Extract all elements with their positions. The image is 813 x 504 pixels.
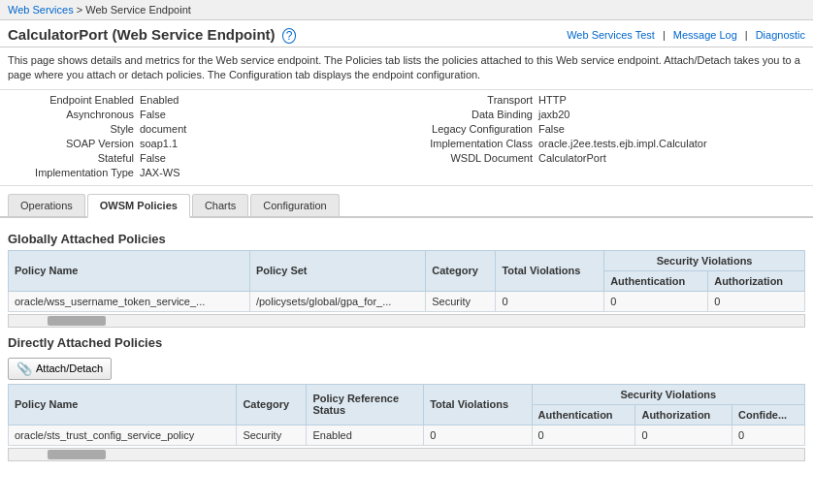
direct-table-scrollbar[interactable]: [8, 448, 805, 461]
tab-bar: Operations OWSM Policies Charts Configur…: [0, 194, 813, 218]
info-row-asynchronous: Asynchronous False: [8, 109, 406, 120]
info-row-impl-class: Implementation Class oracle.j2ee.tests.e…: [406, 138, 805, 149]
table-row: oracle/wss_username_token_service_... /p…: [9, 291, 805, 311]
info-row-endpoint-enabled: Endpoint Enabled Enabled: [8, 94, 406, 106]
cell-authorization-direct: 0: [635, 425, 732, 445]
value-impl-class: oracle.j2ee.tests.ejb.impl.Calculator: [538, 138, 707, 149]
col-header-policy-name-global: Policy Name: [9, 250, 250, 291]
header-sep-1: |: [663, 29, 666, 41]
attach-detach-button[interactable]: 📎 Attach/Detach: [8, 358, 112, 380]
header-link-messagelog[interactable]: Message Log: [673, 29, 737, 41]
header-link-webservicestest[interactable]: Web Services Test: [567, 29, 655, 41]
col-header-total-violations-global: Total Violations: [496, 250, 604, 291]
cell-category-direct: Security: [237, 425, 307, 445]
directly-attached-table: Policy Name Category Policy ReferenceSta…: [8, 384, 805, 446]
page-title: CalculatorPort (Web Service Endpoint) ?: [8, 26, 296, 43]
label-stateful: Stateful: [8, 152, 134, 164]
cell-policy-ref-status: Enabled: [307, 425, 424, 445]
cell-authorization-global: 0: [708, 291, 805, 311]
info-row-style: Style document: [8, 123, 406, 135]
tab-operations[interactable]: Operations: [8, 194, 85, 216]
breadcrumb-current: Web Service Endpoint: [85, 4, 191, 16]
breadcrumb: Web Services > Web Service Endpoint: [0, 0, 813, 20]
value-soap-version: soap1.1: [140, 138, 178, 149]
label-implementation-type: Implementation Type: [8, 167, 134, 178]
col-header-policy-name-direct: Policy Name: [9, 384, 237, 425]
directly-attached-title: Directly Attached Policies: [8, 335, 805, 350]
info-row-wsdl-document: WSDL Document CalculatorPort: [406, 152, 805, 164]
value-asynchronous: False: [140, 109, 166, 120]
endpoint-info: Endpoint Enabled Enabled Asynchronous Fa…: [0, 90, 813, 186]
col-header-category-global: Category: [426, 250, 496, 291]
cell-total-violations-global: 0: [496, 291, 604, 311]
table-row: oracle/sts_trust_config_service_policy S…: [9, 425, 805, 445]
value-data-binding: jaxb20: [538, 109, 569, 120]
tab-charts[interactable]: Charts: [192, 194, 248, 216]
attach-detach-icon: 📎: [16, 362, 32, 376]
value-style: document: [140, 123, 186, 135]
tab-owsm-policies[interactable]: OWSM Policies: [87, 194, 190, 218]
global-table-scrollbar[interactable]: [8, 314, 805, 328]
value-endpoint-enabled: Enabled: [140, 94, 179, 106]
col-header-authentication-direct: Authentication: [532, 404, 635, 425]
cell-policy-set: /policysets/global/gpa_for_...: [249, 291, 425, 311]
cell-policy-name-direct: oracle/sts_trust_config_service_policy: [9, 425, 237, 445]
info-row-data-binding: Data Binding jaxb20: [406, 109, 805, 120]
label-legacy-config: Legacy Configuration: [406, 123, 533, 135]
col-header-category-direct: Category: [237, 384, 307, 425]
value-legacy-config: False: [538, 123, 565, 135]
col-header-security-violations-global: Security Violations: [604, 250, 805, 270]
cell-confidentiality-direct: 0: [732, 425, 805, 445]
info-col-right: Transport HTTP Data Binding jaxb20 Legac…: [406, 94, 805, 181]
info-row-legacy-config: Legacy Configuration False: [406, 123, 805, 135]
value-implementation-type: JAX-WS: [140, 167, 180, 178]
tab-content: Globally Attached Policies Policy Name P…: [0, 218, 813, 469]
label-asynchronous: Asynchronous: [8, 109, 134, 120]
header-links: Web Services Test | Message Log | Diagno…: [567, 29, 805, 41]
info-row-implementation-type: Implementation Type JAX-WS: [8, 167, 406, 178]
col-header-confidentiality-direct: Confide...: [732, 404, 805, 425]
label-transport: Transport: [406, 94, 533, 106]
label-data-binding: Data Binding: [406, 109, 533, 120]
label-style: Style: [8, 123, 134, 135]
cell-policy-name-global: oracle/wss_username_token_service_...: [9, 291, 250, 311]
info-col-left: Endpoint Enabled Enabled Asynchronous Fa…: [8, 94, 406, 181]
cell-category-global: Security: [426, 291, 496, 311]
header-sep-2: |: [745, 29, 748, 41]
header-link-diagnostic[interactable]: Diagnostic: [756, 29, 805, 41]
col-header-policy-ref-status: Policy ReferenceStatus: [307, 384, 424, 425]
info-row-transport: Transport HTTP: [406, 94, 805, 106]
page-header: CalculatorPort (Web Service Endpoint) ? …: [0, 20, 813, 47]
help-icon[interactable]: ?: [282, 28, 297, 44]
info-row-stateful: Stateful False: [8, 152, 406, 164]
value-wsdl-document: CalculatorPort: [538, 152, 606, 164]
page-description: This page shows details and metrics for …: [0, 47, 813, 90]
label-wsdl-document: WSDL Document: [406, 152, 533, 164]
breadcrumb-separator: >: [77, 4, 85, 16]
tab-configuration[interactable]: Configuration: [250, 194, 339, 216]
attach-detach-label: Attach/Detach: [36, 362, 103, 374]
globally-attached-title: Globally Attached Policies: [8, 232, 805, 246]
globally-attached-table: Policy Name Policy Set Category Total Vi…: [8, 250, 805, 312]
directly-attached-section: Directly Attached Policies 📎 Attach/Deta…: [8, 335, 805, 461]
label-impl-class: Implementation Class: [406, 138, 533, 149]
col-header-policy-set: Policy Set: [249, 250, 425, 291]
breadcrumb-link-webservices[interactable]: Web Services: [8, 4, 74, 16]
cell-authentication-direct: 0: [532, 425, 635, 445]
col-header-security-violations-direct: Security Violations: [532, 384, 804, 404]
scrollbar-thumb-global: [48, 316, 106, 326]
value-stateful: False: [140, 152, 166, 164]
col-header-authorization-global: Authorization: [708, 270, 805, 291]
col-header-authorization-direct: Authorization: [635, 404, 732, 425]
label-endpoint-enabled: Endpoint Enabled: [8, 94, 134, 106]
cell-total-violations-direct: 0: [424, 425, 532, 445]
info-row-soap-version: SOAP Version soap1.1: [8, 138, 406, 149]
scrollbar-thumb-direct: [48, 450, 106, 459]
label-soap-version: SOAP Version: [8, 138, 134, 149]
col-header-total-violations-direct: Total Violations: [424, 384, 532, 425]
value-transport: HTTP: [538, 94, 567, 106]
cell-authentication-global: 0: [604, 291, 708, 311]
col-header-authentication-global: Authentication: [604, 270, 708, 291]
